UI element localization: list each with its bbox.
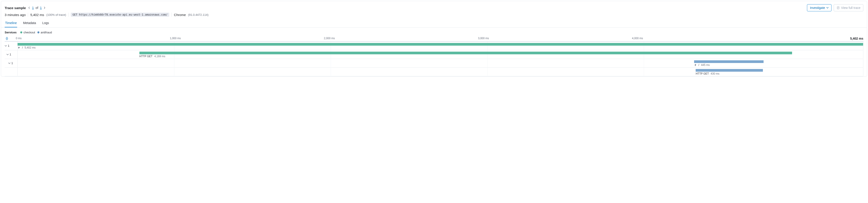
legend-dot-icon [20, 31, 22, 33]
view-full-trace-label: View full trace [841, 6, 861, 9]
tab-timeline[interactable]: Timeline [5, 19, 17, 27]
span-toggle [1, 68, 18, 76]
browser-version: (91.0.4472.114) [188, 13, 209, 16]
chevron-down-icon [5, 45, 7, 47]
span-label: /445 ms [694, 63, 710, 67]
document-icon [837, 6, 840, 9]
separator [172, 13, 172, 17]
span-duration: 5,402 ms [25, 46, 35, 49]
span-name: HTTP GET [696, 72, 709, 75]
tab-metadata[interactable]: Metadata [23, 19, 36, 27]
span-toggle[interactable]: 1 [1, 42, 18, 50]
trace-age: 3 minutes ago [5, 13, 26, 17]
span-label: /5,402 ms [18, 46, 36, 49]
span-child-count: 1 [11, 61, 13, 65]
span-bar[interactable] [18, 43, 863, 46]
tabs: Timeline Metadata Logs [1, 19, 867, 28]
legend-item-label: checkout [24, 31, 35, 34]
services-legend: Services checkout antifraud [1, 28, 867, 35]
legend-item-checkout[interactable]: checkout [20, 31, 35, 34]
browser-name: Chrome [174, 13, 186, 17]
timeline-axis: 0 ms1,000 ms2,000 ms3,000 ms4,000 ms 5,4… [1, 35, 867, 41]
trace-sample-panel: Trace sample 1 of 1 Investigate [1, 1, 867, 76]
chevron-down-icon [8, 62, 10, 64]
collapse-all-icon[interactable] [5, 36, 9, 41]
axis-tick: 2,000 ms [324, 37, 335, 40]
span-track: /445 ms [18, 59, 863, 67]
span-track: HTTP GET430 ms [18, 68, 863, 76]
span-name: / [699, 63, 699, 67]
span-row[interactable]: 1/5,402 ms [1, 42, 867, 50]
axis-tick: 3,000 ms [478, 37, 489, 40]
investigate-label: Investigate [810, 6, 825, 9]
span-bar[interactable] [696, 69, 763, 72]
span-label: HTTP GET4,169 ms [140, 55, 165, 58]
legend-dot-icon [37, 31, 39, 33]
panel-header: Trace sample 1 of 1 Investigate [1, 1, 867, 12]
span-row[interactable]: HTTP GET430 ms [1, 68, 867, 76]
bolt-icon [694, 64, 697, 66]
chevron-down-icon [6, 54, 9, 56]
legend-item-antifraud[interactable]: antifraud [37, 31, 52, 34]
axis-tick: 0 ms [16, 37, 22, 40]
span-name: HTTP GET [140, 55, 153, 58]
request-pill[interactable]: GET https://himkk66r78.execute-api.eu-we… [71, 13, 169, 17]
waterfall: 1/5,402 ms1HTTP GET4,169 ms1/445 msHTTP … [1, 42, 867, 76]
span-bar[interactable] [694, 60, 764, 63]
pager-of: of [36, 6, 38, 9]
axis-end-label: 5,402 ms [850, 37, 863, 40]
axis-track: 0 ms1,000 ms2,000 ms3,000 ms4,000 ms [16, 37, 848, 40]
pager-total[interactable]: 1 [40, 6, 42, 9]
axis-tick: 4,000 ms [632, 37, 643, 40]
span-track: HTTP GET4,169 ms [18, 50, 863, 59]
span-track: /5,402 ms [18, 42, 863, 50]
view-full-trace-button[interactable]: View full trace [834, 4, 863, 11]
header-actions: Investigate View full trace [807, 4, 863, 11]
chevron-down-icon [826, 7, 829, 9]
bolt-icon [18, 46, 20, 49]
span-duration: 430 ms [711, 72, 719, 75]
span-row[interactable]: 1HTTP GET4,169 ms [1, 50, 867, 59]
legend-item-label: antifraud [41, 31, 52, 34]
trace-meta: 3 minutes ago 5,402 ms (100% of trace) G… [1, 12, 867, 19]
axis-tick: 1,000 ms [170, 37, 181, 40]
pager-current[interactable]: 1 [32, 6, 34, 9]
span-row[interactable]: 1/445 ms [1, 59, 867, 67]
span-toggle[interactable]: 1 [1, 50, 18, 59]
legend-title: Services [5, 31, 17, 34]
span-name: / [22, 46, 23, 49]
span-duration: 4,169 ms [154, 55, 165, 58]
span-duration: 445 ms [701, 63, 710, 67]
tab-logs[interactable]: Logs [42, 19, 50, 27]
span-child-count: 1 [8, 44, 9, 47]
pager-prev-icon[interactable] [28, 7, 30, 9]
span-toggle[interactable]: 1 [1, 59, 18, 67]
panel-title: Trace sample [5, 6, 26, 10]
trace-duration: 5,402 ms [30, 13, 44, 17]
span-child-count: 1 [9, 53, 11, 56]
trace-pager: 1 of 1 [28, 6, 45, 9]
trace-pct: (100% of trace) [46, 13, 66, 16]
span-bar[interactable] [140, 52, 792, 54]
span-label: HTTP GET430 ms [696, 72, 719, 75]
pager-next-icon[interactable] [43, 7, 45, 9]
investigate-button[interactable]: Investigate [807, 4, 832, 11]
separator [68, 13, 69, 17]
